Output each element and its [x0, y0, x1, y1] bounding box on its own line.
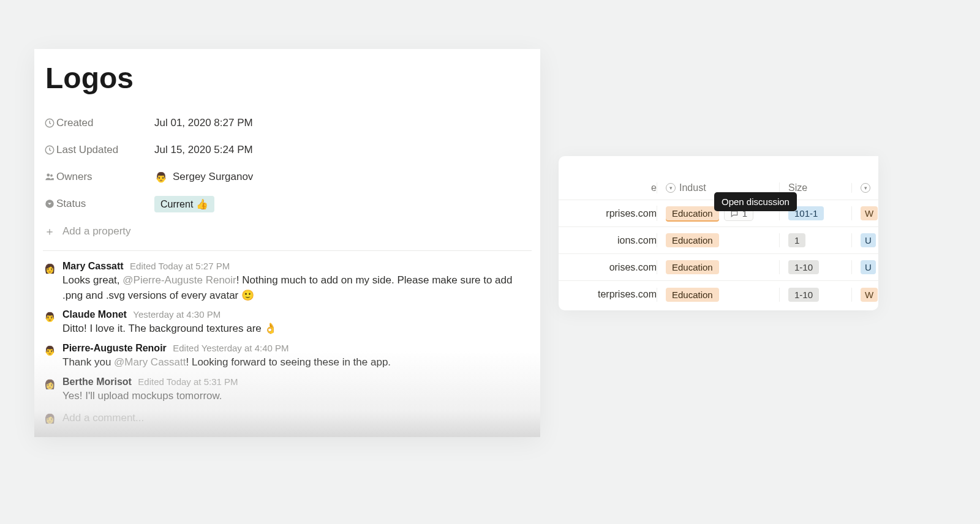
add-property-button[interactable]: ＋ Add a property — [34, 217, 540, 245]
size-tag: 1 — [788, 233, 805, 247]
property-value: Jul 15, 2020 5:24 PM — [154, 144, 253, 156]
comment-avatar: 👩 — [43, 262, 56, 275]
comment-author: Pierre-Auguste Renoir — [62, 343, 167, 353]
cell-size[interactable]: 1-10 — [779, 288, 851, 302]
open-discussion-tooltip: Open discussion — [714, 192, 797, 211]
industry-tag: Education — [666, 288, 719, 302]
category-tag: W — [861, 288, 878, 302]
cell-category[interactable]: U — [851, 260, 878, 274]
table-row[interactable]: ions.com Education 1 U — [559, 227, 878, 254]
comment[interactable]: 👨 Pierre-Auguste Renoir Edited Yesterday… — [43, 340, 532, 374]
comment[interactable]: 👩 Mary Cassatt Edited Today at 5:27 PM L… — [43, 258, 532, 307]
comment-text: Yes! I'll upload mockups tomorrow. — [62, 389, 532, 404]
comment[interactable]: 👨 Claude Monet Yesterday at 4:30 PM Ditt… — [43, 307, 532, 340]
property-label: Created — [56, 117, 154, 129]
clock-icon — [43, 118, 56, 129]
comment-author: Claude Monet — [62, 309, 127, 320]
status-icon — [43, 198, 56, 209]
property-value: Jul 01, 2020 8:27 PM — [154, 117, 253, 129]
comment-meta: Edited Yesterday at 4:40 PM — [173, 343, 288, 353]
industry-tag: Education — [666, 260, 719, 274]
status-badge: Current 👍 — [154, 196, 214, 212]
property-row[interactable]: Owners 👨Sergey Surganov — [43, 163, 532, 190]
comment-text: Thank you @Mary Cassatt! Looking forward… — [62, 355, 532, 370]
table-header-last[interactable] — [851, 183, 878, 193]
category-tag: U — [861, 260, 876, 274]
property-row[interactable]: Status Current 👍 — [43, 190, 532, 217]
clock-icon — [43, 144, 56, 155]
table-header-website[interactable]: e — [559, 182, 657, 193]
comment-avatar: 👩 — [43, 378, 56, 391]
cell-website: orises.com — [559, 262, 657, 273]
add-property-label: Add a property — [62, 225, 131, 238]
comment-text: Ditto! I love it. The background texture… — [62, 321, 532, 337]
current-user-avatar: 👩 — [43, 412, 56, 425]
plus-icon: ＋ — [43, 224, 56, 239]
comment[interactable]: 👩 Berthe Morisot Edited Today at 5:31 PM… — [43, 374, 532, 408]
comment-meta: Edited Today at 5:31 PM — [138, 376, 238, 387]
mention[interactable]: @Pierre-Auguste Renoir — [123, 274, 236, 286]
table-header-size[interactable]: Size — [779, 182, 851, 193]
page-title: Logos — [34, 61, 540, 95]
comment-meta: Yesterday at 4:30 PM — [133, 309, 221, 320]
cell-size[interactable]: 1 — [779, 233, 851, 247]
cell-website: rprises.com — [559, 208, 657, 219]
table-row[interactable]: terprises.com Education 1-10 W — [559, 281, 878, 308]
industry-tag: Education — [666, 233, 719, 247]
comment-author: Berthe Morisot — [62, 376, 132, 387]
comment-meta: Edited Today at 5:27 PM — [130, 261, 230, 271]
page-card: Logos Created Jul 01, 2020 8:27 PM Last … — [34, 49, 540, 437]
svg-point-2 — [47, 174, 50, 177]
comment-author: Mary Cassatt — [62, 261, 124, 271]
table-header-industry[interactable]: Indust — [657, 182, 779, 193]
cell-industry[interactable]: Education — [657, 288, 779, 302]
mention[interactable]: @Mary Cassatt — [114, 356, 186, 368]
comment-avatar: 👨 — [43, 344, 56, 357]
property-label: Status — [56, 198, 154, 210]
comment-text: Looks great, @Pierre-Auguste Renoir! Not… — [62, 273, 532, 303]
owner-avatar: 👨 — [154, 170, 168, 184]
property-value: Sergey Surganov — [173, 171, 253, 183]
cell-category[interactable]: W — [851, 288, 878, 302]
cell-size[interactable]: 1-10 — [779, 260, 851, 274]
size-tag: 1-10 — [788, 260, 819, 274]
cell-industry[interactable]: Education — [657, 260, 779, 274]
property-label: Last Updated — [56, 144, 154, 156]
dropdown-icon — [666, 183, 676, 193]
svg-point-3 — [50, 174, 53, 177]
properties-list: Created Jul 01, 2020 8:27 PM Last Update… — [34, 110, 540, 217]
comments-list: 👩 Mary Cassatt Edited Today at 5:27 PM L… — [34, 253, 540, 407]
cell-category[interactable]: U — [851, 233, 878, 247]
category-tag: U — [861, 233, 876, 247]
divider — [43, 250, 532, 251]
dropdown-icon — [861, 183, 870, 193]
property-row[interactable]: Last Updated Jul 15, 2020 5:24 PM — [43, 137, 532, 163]
comment-avatar: 👨 — [43, 310, 56, 324]
category-tag: W — [861, 206, 878, 220]
cell-industry[interactable]: Education — [657, 233, 779, 247]
table-fragment: e Indust Size rprises.com Education 1 10… — [559, 156, 878, 310]
industry-tag: Education — [666, 206, 719, 220]
add-comment-placeholder: Add a comment... — [62, 412, 144, 424]
property-row[interactable]: Created Jul 01, 2020 8:27 PM — [43, 110, 532, 137]
cell-category[interactable]: W — [851, 206, 878, 220]
cell-website: terprises.com — [559, 289, 657, 300]
table-row[interactable]: orises.com Education 1-10 U — [559, 254, 878, 281]
people-icon — [43, 171, 56, 182]
add-comment-input[interactable]: 👩 Add a comment... — [34, 407, 540, 432]
property-label: Owners — [56, 171, 154, 183]
size-tag: 1-10 — [788, 288, 819, 302]
cell-website: ions.com — [559, 235, 657, 246]
